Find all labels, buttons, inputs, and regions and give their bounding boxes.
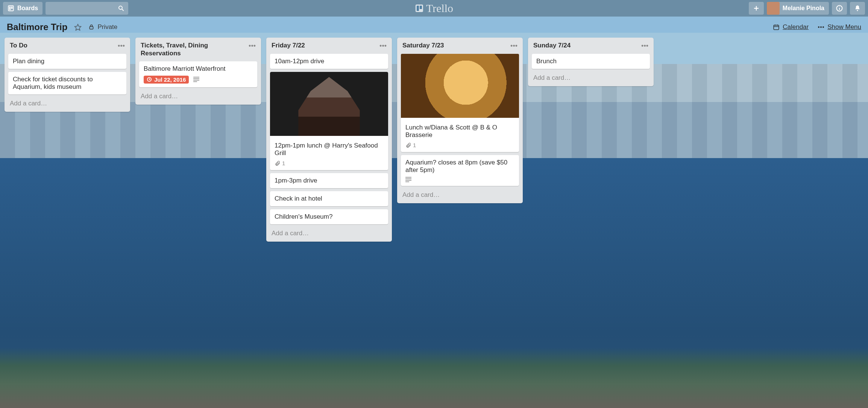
list: To Do•••Plan diningCheck for ticket disc…: [5, 38, 130, 112]
card-text: Lunch w/Diana & Scott @ B & O Brasserie: [405, 124, 514, 139]
ellipsis-icon: •••: [249, 42, 256, 50]
bell-icon: [854, 5, 861, 12]
card-badges: 1: [405, 142, 514, 148]
ellipsis-icon: •••: [510, 42, 517, 50]
plus-icon: [753, 5, 760, 12]
show-menu-label: Show Menu: [827, 23, 861, 31]
list-header: Saturday 7/23•••: [401, 41, 519, 51]
list-menu-button[interactable]: •••: [249, 41, 256, 50]
svg-rect-28: [405, 177, 411, 178]
notifications-button[interactable]: [850, 2, 865, 15]
board-header: Baltimore Trip Private Calendar Show Men…: [0, 17, 868, 38]
card[interactable]: Check in at hotel: [270, 191, 388, 206]
list-header: To Do•••: [8, 41, 126, 51]
card-cover: [401, 54, 519, 118]
paperclip-icon: [275, 160, 281, 166]
boards-icon: [8, 5, 14, 12]
global-header: Boards Trello Melanie Pinola: [0, 0, 868, 17]
privacy-label: Private: [97, 23, 117, 31]
user-menu[interactable]: Melanie Pinola: [767, 2, 829, 15]
list-menu-button[interactable]: •••: [379, 41, 387, 50]
card-badges: 1: [275, 160, 384, 166]
logo-text: Trello: [426, 2, 453, 15]
board-canvas[interactable]: To Do•••Plan diningCheck for ticket disc…: [0, 38, 868, 408]
privacy-button[interactable]: Private: [88, 23, 117, 31]
calendar-link[interactable]: Calendar: [773, 23, 809, 31]
list-title[interactable]: To Do: [10, 41, 27, 49]
app-logo[interactable]: Trello: [415, 2, 453, 15]
card[interactable]: 10am-12pm drive: [270, 54, 388, 69]
list: Saturday 7/23•••Lunch w/Diana & Scott @ …: [397, 38, 523, 203]
list-header: Sunday 7/24•••: [532, 41, 650, 51]
list-menu-button[interactable]: •••: [510, 41, 517, 50]
user-name: Melanie Pinola: [783, 5, 824, 12]
attachment-count: 1: [413, 142, 416, 148]
svg-rect-24: [193, 77, 199, 78]
card[interactable]: Children's Museum?: [270, 209, 388, 224]
list-title[interactable]: Friday 7/22: [272, 41, 305, 49]
add-card-button[interactable]: Add a card…: [401, 189, 519, 199]
show-menu-button[interactable]: Show Menu: [818, 23, 861, 31]
list-title[interactable]: Tickets, Travel, Dining Reservations: [141, 41, 249, 58]
card-cover: [270, 72, 388, 136]
card[interactable]: Brunch: [532, 54, 650, 69]
card-text: 10am-12pm drive: [275, 58, 384, 65]
list: Sunday 7/24•••BrunchAdd a card…: [528, 38, 654, 86]
add-card-button[interactable]: Add a card…: [8, 97, 126, 107]
svg-line-4: [122, 9, 124, 11]
card-badges: Jul 22, 2016: [144, 76, 253, 84]
add-card-button[interactable]: Add a card…: [270, 227, 388, 237]
info-icon: [836, 5, 843, 12]
star-icon[interactable]: [74, 23, 82, 31]
svg-rect-1: [9, 7, 11, 10]
svg-rect-16: [774, 25, 779, 30]
svg-rect-27: [193, 81, 197, 82]
paperclip-icon: [405, 142, 411, 148]
create-button[interactable]: [749, 2, 764, 15]
card-text: Check in at hotel: [275, 195, 384, 202]
card[interactable]: Baltimore Marriott WaterfrontJul 22, 201…: [139, 61, 257, 87]
svg-point-13: [857, 10, 858, 11]
card[interactable]: Check for ticket discounts to Aquarium, …: [8, 72, 126, 94]
svg-point-12: [839, 6, 840, 7]
description-icon: [193, 77, 199, 82]
svg-rect-2: [11, 7, 13, 9]
card[interactable]: 1pm-3pm drive: [270, 173, 388, 188]
svg-point-3: [119, 6, 122, 9]
lock-icon: [88, 24, 94, 30]
add-card-button[interactable]: Add a card…: [139, 90, 257, 100]
boards-button-label: Boards: [17, 5, 38, 12]
svg-rect-31: [405, 181, 409, 182]
card-text: Brunch: [536, 58, 645, 65]
card[interactable]: Plan dining: [8, 54, 126, 69]
ellipsis-icon: [818, 26, 824, 28]
list-title[interactable]: Sunday 7/24: [533, 41, 571, 49]
list-menu-button[interactable]: •••: [118, 41, 125, 50]
card[interactable]: 12pm-1pm lunch @ Harry's Seafood Grill1: [270, 72, 388, 170]
card-text: Children's Museum?: [275, 213, 384, 221]
list: Tickets, Travel, Dining Reservations•••B…: [135, 38, 261, 105]
svg-rect-15: [90, 27, 93, 29]
attachment-badge: 1: [405, 142, 416, 148]
card[interactable]: Lunch w/Diana & Scott @ B & O Brasserie1: [401, 54, 519, 152]
search-input[interactable]: [46, 2, 128, 15]
card-text: Plan dining: [13, 58, 122, 65]
calendar-label: Calendar: [783, 23, 809, 31]
svg-rect-6: [417, 6, 419, 11]
list-title[interactable]: Saturday 7/23: [402, 41, 444, 49]
list-menu-button[interactable]: •••: [641, 41, 648, 50]
svg-point-20: [818, 26, 819, 28]
add-card-button[interactable]: Add a card…: [532, 72, 650, 82]
board-title[interactable]: Baltimore Trip: [7, 22, 67, 32]
ellipsis-icon: •••: [118, 42, 125, 50]
card-text: Check for ticket discounts to Aquarium, …: [13, 76, 122, 91]
list: Friday 7/22•••10am-12pm drive12pm-1pm lu…: [266, 38, 392, 242]
info-button[interactable]: [832, 2, 847, 15]
ellipsis-icon: •••: [641, 42, 648, 50]
description-icon: [405, 177, 411, 182]
due-date-text: Jul 22, 2016: [154, 76, 186, 83]
svg-rect-29: [405, 178, 411, 179]
boards-button[interactable]: Boards: [3, 2, 42, 15]
card[interactable]: Aquarium? closes at 8pm (save $50 after …: [401, 155, 519, 186]
svg-point-21: [820, 26, 822, 28]
